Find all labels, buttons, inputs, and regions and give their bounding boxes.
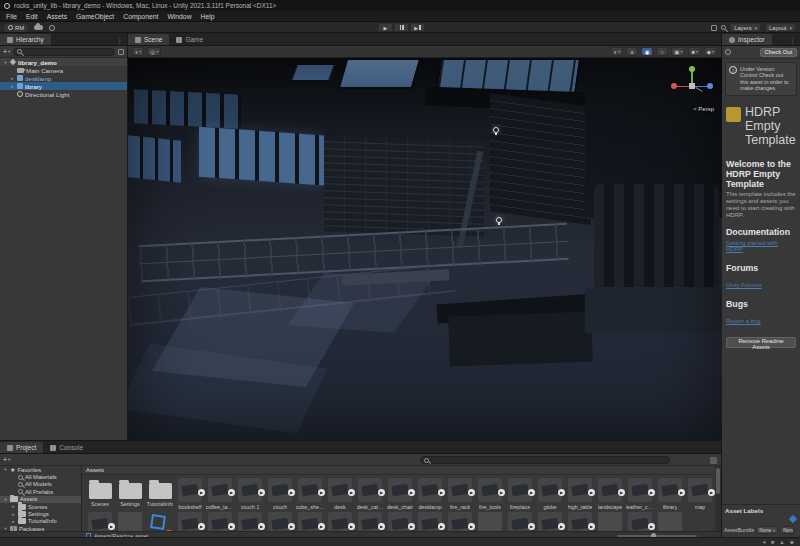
prefab-open-icon[interactable]: ▶ xyxy=(588,489,595,496)
gizmo-center-cube[interactable] xyxy=(689,83,695,89)
search-icon[interactable] xyxy=(721,25,726,30)
expander-icon[interactable]: ▾ xyxy=(3,497,8,502)
hierarchy-panel-menu-icon[interactable]: ⋮ xyxy=(112,37,127,45)
expander-icon[interactable]: ▸ xyxy=(10,76,15,81)
prefab-open-icon[interactable]: ▶ xyxy=(318,523,325,530)
prefab-open-icon[interactable]: ▶ xyxy=(528,489,535,496)
project-asset-thumbnail[interactable]: ▶ xyxy=(295,512,325,531)
project-asset-fire-rack[interactable]: ▶fire_rack xyxy=(445,478,475,510)
prefab-open-icon[interactable]: ▶ xyxy=(378,489,385,496)
menu-window[interactable]: Window xyxy=(167,13,191,20)
prefab-open-icon[interactable]: ▶ xyxy=(108,523,115,530)
prefab-open-icon[interactable]: ▶ xyxy=(198,523,205,530)
project-asset-couch-1[interactable]: ▶couch 1 xyxy=(235,478,265,510)
project-asset-thumbnail[interactable]: ▶ xyxy=(625,512,655,531)
project-asset-thumbnail[interactable]: ▶ xyxy=(565,512,595,531)
hierarchy-scene-row[interactable]: ▾ library_demo xyxy=(0,58,127,66)
project-asset-cube-shel[interactable]: ▶cube_shel… xyxy=(295,478,325,510)
project-asset-leather-ch[interactable]: ▶leather_ch… xyxy=(625,478,655,510)
prefab-open-icon[interactable]: ▶ xyxy=(528,523,535,530)
project-asset-thumbnail[interactable]: ▶ xyxy=(205,512,235,531)
project-asset-desk[interactable]: ▶desk xyxy=(325,478,355,510)
tab-scene[interactable]: Scene xyxy=(128,34,169,45)
layers-dropdown[interactable]: Layers xyxy=(730,23,761,32)
prefab-open-icon[interactable]: ▶ xyxy=(468,489,475,496)
z-axis-handle[interactable] xyxy=(707,83,713,89)
orientation-gizmo[interactable] xyxy=(672,66,712,106)
project-asset-desklamp[interactable]: ▶desklamp xyxy=(415,478,445,510)
project-asset-thumbnail[interactable]: ▶ xyxy=(445,512,475,531)
project-asset-thumbnail[interactable]: ▶ xyxy=(235,512,265,531)
account-dropdown[interactable]: RM xyxy=(4,24,28,32)
project-asset-settings[interactable]: Settings xyxy=(115,478,145,510)
project-asset-thumbnail[interactable]: {} xyxy=(145,512,175,531)
project-asset-thumbnail[interactable]: ▶ xyxy=(85,512,115,531)
expander-icon[interactable]: ▾ xyxy=(3,60,8,65)
tree-item-all-materials[interactable]: All Materials xyxy=(0,473,81,480)
cache-server-icon[interactable]: ■ xyxy=(771,539,774,546)
expander-icon[interactable]: ▾ xyxy=(3,467,8,472)
hierarchy-item-main-camera[interactable]: Main Camera xyxy=(0,66,127,74)
project-asset-fireplace[interactable]: ▶fireplace xyxy=(505,478,535,510)
perspective-label[interactable]: < Persp xyxy=(693,106,714,112)
y-axis-handle[interactable] xyxy=(689,66,695,72)
project-asset-thumbnail[interactable]: ▶ xyxy=(325,512,355,531)
prefab-open-icon[interactable]: ▶ xyxy=(498,489,505,496)
layout-dropdown[interactable]: Layout xyxy=(765,23,796,32)
project-asset-thumbnail[interactable]: ▶ xyxy=(415,512,445,531)
prefab-open-icon[interactable]: ▶ xyxy=(378,523,385,530)
prefab-open-icon[interactable]: ▶ xyxy=(558,489,565,496)
project-asset-thumbnail[interactable]: ▶ xyxy=(535,512,565,531)
tab-project[interactable]: Project xyxy=(0,442,43,453)
project-asset-high-table[interactable]: ▶high_table xyxy=(565,478,595,510)
project-asset-desk-cal[interactable]: ▶desk_cal… xyxy=(355,478,385,510)
project-asset-tutorialinfo[interactable]: TutorialInfo xyxy=(145,478,175,510)
expander-icon[interactable]: ▸ xyxy=(11,504,16,509)
tree-item-assets[interactable]: ▾Assets xyxy=(0,496,81,503)
cloud-services-icon[interactable] xyxy=(34,25,43,30)
project-asset-thumbnail[interactable]: ▶ xyxy=(355,512,385,531)
scene-viewport[interactable]: < Persp xyxy=(128,58,722,440)
hierarchy-search-input[interactable] xyxy=(13,48,115,56)
inspector-panel-menu-icon[interactable]: ⋮ xyxy=(785,37,800,45)
prefab-open-icon[interactable]: ▶ xyxy=(648,489,655,496)
prefab-open-icon[interactable]: ▶ xyxy=(198,489,205,496)
link-report-a-bug[interactable]: Report a bug xyxy=(726,318,761,324)
project-asset-scenes[interactable]: Scenes xyxy=(85,478,115,510)
light-gizmo-icon[interactable] xyxy=(496,217,502,223)
project-asset-couch[interactable]: ▶couch xyxy=(265,478,295,510)
hierarchy-item-library[interactable]: ▸library xyxy=(0,82,127,90)
prefab-open-icon[interactable]: ▶ xyxy=(288,489,295,496)
project-search-input[interactable] xyxy=(420,456,670,464)
project-asset-thumbnail[interactable] xyxy=(475,512,505,531)
effects-dropdown[interactable]: ▣ xyxy=(671,47,685,56)
project-asset-thumbnail[interactable]: ▶ xyxy=(265,512,295,531)
project-asset-landscape[interactable]: ▶landscape xyxy=(595,478,625,510)
label-tag-icon[interactable] xyxy=(789,515,797,523)
link-unity-forums[interactable]: Unity Forums xyxy=(726,282,762,288)
tab-game[interactable]: Game xyxy=(169,34,210,45)
tab-inspector[interactable]: Inspector xyxy=(722,34,772,45)
scene-visibility-toggle[interactable]: ◉ xyxy=(641,47,653,56)
prefab-open-icon[interactable]: ▶ xyxy=(648,523,655,530)
scene-lighting-toggle[interactable]: ◐ xyxy=(611,47,623,56)
scene-audio-toggle[interactable]: ○ xyxy=(656,47,668,56)
prefab-open-icon[interactable]: ▶ xyxy=(408,523,415,530)
project-asset-thumbnail[interactable]: ▶ xyxy=(385,512,415,531)
prefab-open-icon[interactable]: ▶ xyxy=(288,523,295,530)
camera-settings-button[interactable]: ■ xyxy=(688,47,700,56)
tab-console[interactable]: Console xyxy=(43,442,90,453)
step-button[interactable]: ▶ xyxy=(410,23,425,32)
project-asset-thumbnail[interactable]: ▶ xyxy=(505,512,535,531)
prefab-open-icon[interactable]: ▶ xyxy=(348,523,355,530)
prefab-open-icon[interactable]: ▶ xyxy=(438,489,445,496)
menu-file[interactable]: File xyxy=(6,13,17,20)
prefab-open-icon[interactable]: ▶ xyxy=(318,489,325,496)
prefab-open-icon[interactable]: ▶ xyxy=(228,523,235,530)
project-asset-thumbnail[interactable]: ▶ xyxy=(175,512,205,531)
prefab-open-icon[interactable]: ▶ xyxy=(348,489,355,496)
project-asset-globe[interactable]: ▶globe xyxy=(535,478,565,510)
tree-item-settings[interactable]: ▸Settings xyxy=(0,510,81,517)
expander-icon[interactable]: ▸ xyxy=(11,519,16,524)
tree-item-tutorialinfo[interactable]: ▸TutorialInfo xyxy=(0,518,81,525)
